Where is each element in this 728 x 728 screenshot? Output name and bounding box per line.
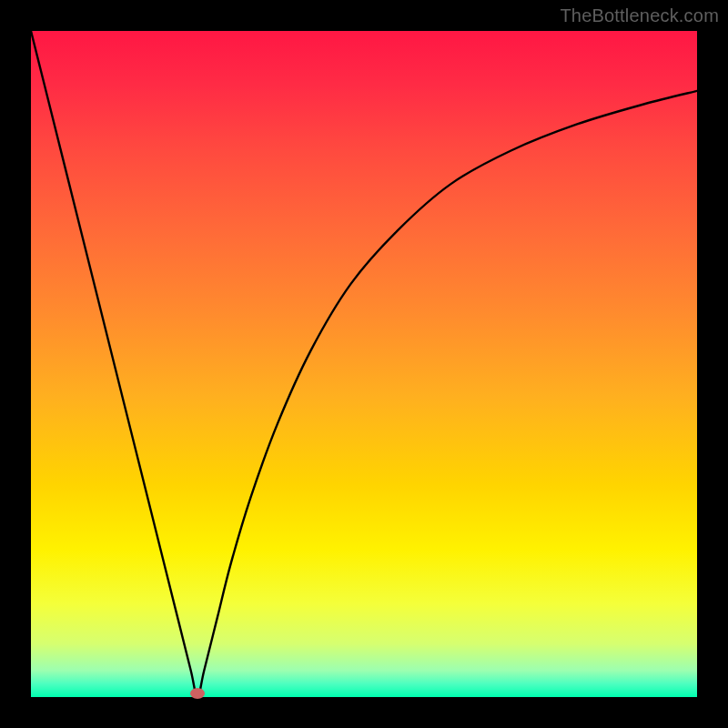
attribution-text: TheBottleneck.com xyxy=(560,5,719,26)
plot-area xyxy=(31,31,697,697)
min-point-marker xyxy=(190,688,205,699)
bottleneck-curve xyxy=(31,31,697,697)
